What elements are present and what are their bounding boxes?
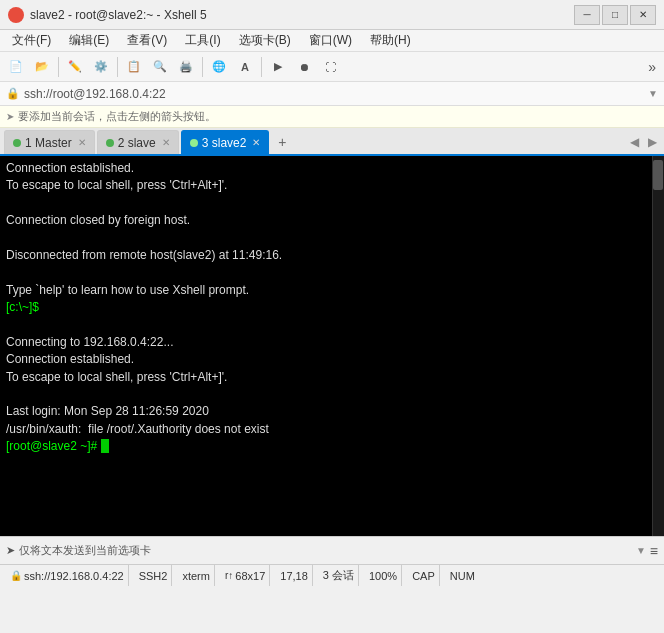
status-zoom: 100% xyxy=(365,565,402,586)
status-terminal-text: xterm xyxy=(182,570,210,582)
status-num-text: NUM xyxy=(450,570,475,582)
terminal-scrollbar-thumb[interactable] xyxy=(653,160,663,190)
status-connection-text: ssh://192.168.0.4:22 xyxy=(24,570,124,582)
close-button[interactable]: ✕ xyxy=(630,5,656,25)
send-icon: ➤ xyxy=(6,544,15,557)
tab-master-label: 1 Master xyxy=(25,136,72,150)
send-bar-menu-btn[interactable]: ≡ xyxy=(650,543,658,559)
tab-slave2-label: 3 slave2 xyxy=(202,136,247,150)
term-line-4: Connection closed by foreign host. xyxy=(6,212,648,229)
tab-slave2[interactable]: 3 slave2 ✕ xyxy=(181,130,270,154)
term-line-16: /usr/bin/xauth: file /root/.Xauthority d… xyxy=(6,421,648,438)
status-size-arrow: r↑ xyxy=(225,570,233,581)
address-dropdown-btn[interactable]: ▼ xyxy=(648,88,658,99)
status-caps: CAP xyxy=(408,565,440,586)
tab-slave-dot xyxy=(106,139,114,147)
session-hint-text: 要添加当前会话，点击左侧的箭头按钮。 xyxy=(18,109,216,124)
toolbar-print-btn[interactable]: 🖨️ xyxy=(174,55,198,79)
term-line-9: [c:\~]$ xyxy=(6,299,648,316)
address-text: ssh://root@192.168.0.4:22 xyxy=(24,87,644,101)
status-cursor-pos: 17,18 xyxy=(276,565,313,586)
status-zoom-text: 100% xyxy=(369,570,397,582)
tab-next-btn[interactable]: ▶ xyxy=(644,132,660,152)
status-size: r↑ 68x17 xyxy=(221,565,270,586)
menu-tab[interactable]: 选项卡(B) xyxy=(231,31,299,51)
term-line-8: Type `help' to learn how to use Xshell p… xyxy=(6,282,648,299)
status-caps-text: CAP xyxy=(412,570,435,582)
menu-bar: 文件(F) 编辑(E) 查看(V) 工具(I) 选项卡(B) 窗口(W) 帮助(… xyxy=(0,30,664,52)
tab-slave-label: 2 slave xyxy=(118,136,156,150)
tab-master[interactable]: 1 Master ✕ xyxy=(4,130,95,154)
toolbar-sep1 xyxy=(58,57,59,77)
tab-slave2-close[interactable]: ✕ xyxy=(252,137,260,148)
address-bar: 🔒 ssh://root@192.168.0.4:22 ▼ xyxy=(0,82,664,106)
terminal-scrollbar[interactable] xyxy=(652,156,664,536)
terminal-area[interactable]: Connection established. To escape to loc… xyxy=(0,156,664,536)
term-line-14 xyxy=(6,386,648,403)
tab-navigation: ◀ ▶ xyxy=(626,132,660,154)
title-bar: slave2 - root@slave2:~ - Xshell 5 ─ □ ✕ xyxy=(0,0,664,30)
bottom-send-bar: ➤ 仅将文本发送到当前选项卡 ▼ ≡ xyxy=(0,536,664,564)
status-size-text: 68x17 xyxy=(235,570,265,582)
term-line-12: Connection established. xyxy=(6,351,648,368)
hint-arrow-icon: ➤ xyxy=(6,111,14,122)
menu-view[interactable]: 查看(V) xyxy=(119,31,175,51)
toolbar-copy-btn[interactable]: 📋 xyxy=(122,55,146,79)
toolbar-layout-btn[interactable]: ⛶ xyxy=(318,55,342,79)
tab-prev-btn[interactable]: ◀ xyxy=(626,132,642,152)
term-line-11: Connecting to 192.168.0.4:22... xyxy=(6,334,648,351)
toolbar-sep3 xyxy=(202,57,203,77)
status-num: NUM xyxy=(446,565,479,586)
toolbar-sep2 xyxy=(117,57,118,77)
lock-icon: 🔒 xyxy=(6,87,20,100)
send-bar-dropdown-btn[interactable]: ▼ xyxy=(636,545,646,556)
term-line-15: Last login: Mon Sep 28 11:26:59 2020 xyxy=(6,403,648,420)
status-connection: 🔒 ssh://192.168.0.4:22 xyxy=(6,565,129,586)
toolbar-network-btn[interactable]: 🌐 xyxy=(207,55,231,79)
toolbar-play-btn[interactable]: ▶ xyxy=(266,55,290,79)
terminal-output: Connection established. To escape to loc… xyxy=(0,156,664,460)
toolbar-record-btn[interactable]: ⏺ xyxy=(292,55,316,79)
toolbar-more-btn[interactable]: » xyxy=(644,59,660,75)
maximize-button[interactable]: □ xyxy=(602,5,628,25)
tab-add-btn[interactable]: + xyxy=(271,130,293,154)
toolbar-settings-btn[interactable]: ⚙️ xyxy=(89,55,113,79)
tab-master-close[interactable]: ✕ xyxy=(78,137,86,148)
term-line-7 xyxy=(6,264,648,281)
toolbar-find-btn[interactable]: 🔍 xyxy=(148,55,172,79)
cursor xyxy=(101,439,109,453)
status-sessions: 3 会话 xyxy=(319,565,359,586)
term-line-10 xyxy=(6,317,648,334)
tab-slave-close[interactable]: ✕ xyxy=(162,137,170,148)
status-sessions-text: 3 会话 xyxy=(323,568,354,583)
toolbar-new-btn[interactable]: 📄 xyxy=(4,55,28,79)
menu-help[interactable]: 帮助(H) xyxy=(362,31,419,51)
tab-bar: 1 Master ✕ 2 slave ✕ 3 slave2 ✕ + ◀ ▶ xyxy=(0,128,664,156)
toolbar-open-btn[interactable]: 📂 xyxy=(30,55,54,79)
send-bar-text: 仅将文本发送到当前选项卡 xyxy=(19,543,632,558)
term-line-1: Connection established. xyxy=(6,160,648,177)
menu-file[interactable]: 文件(F) xyxy=(4,31,59,51)
toolbar: 📄 📂 ✏️ ⚙️ 📋 🔍 🖨️ 🌐 A ▶ ⏺ ⛶ » xyxy=(0,52,664,82)
term-line-5 xyxy=(6,230,648,247)
status-bar: 🔒 ssh://192.168.0.4:22 SSH2 xterm r↑ 68x… xyxy=(0,564,664,586)
term-line-3 xyxy=(6,195,648,212)
menu-window[interactable]: 窗口(W) xyxy=(301,31,360,51)
status-protocol-text: SSH2 xyxy=(139,570,168,582)
term-line-2: To escape to local shell, press 'Ctrl+Al… xyxy=(6,177,648,194)
term-line-13: To escape to local shell, press 'Ctrl+Al… xyxy=(6,369,648,386)
minimize-button[interactable]: ─ xyxy=(574,5,600,25)
menu-tools[interactable]: 工具(I) xyxy=(177,31,228,51)
window-controls: ─ □ ✕ xyxy=(574,5,656,25)
tab-slave[interactable]: 2 slave ✕ xyxy=(97,130,179,154)
status-terminal-type: xterm xyxy=(178,565,215,586)
menu-edit[interactable]: 编辑(E) xyxy=(61,31,117,51)
toolbar-edit-btn[interactable]: ✏️ xyxy=(63,55,87,79)
term-line-17: [root@slave2 ~]# xyxy=(6,438,648,455)
tab-slave2-dot xyxy=(190,139,198,147)
app-icon xyxy=(8,7,24,23)
term-line-6: Disconnected from remote host(slave2) at… xyxy=(6,247,648,264)
toolbar-font-btn[interactable]: A xyxy=(233,55,257,79)
status-protocol: SSH2 xyxy=(135,565,173,586)
status-cursor-text: 17,18 xyxy=(280,570,308,582)
